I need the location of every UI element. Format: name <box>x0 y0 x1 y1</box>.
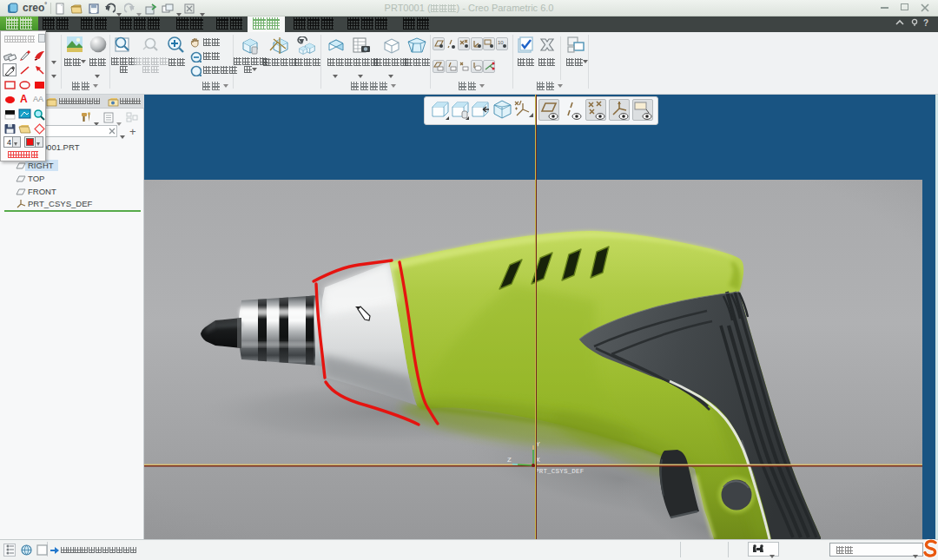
svg-text:PRT_CSYS_DEF: PRT_CSYS_DEF <box>535 468 584 475</box>
svg-text:Z: Z <box>507 456 512 464</box>
svg-text:10: 10 <box>498 40 504 45</box>
